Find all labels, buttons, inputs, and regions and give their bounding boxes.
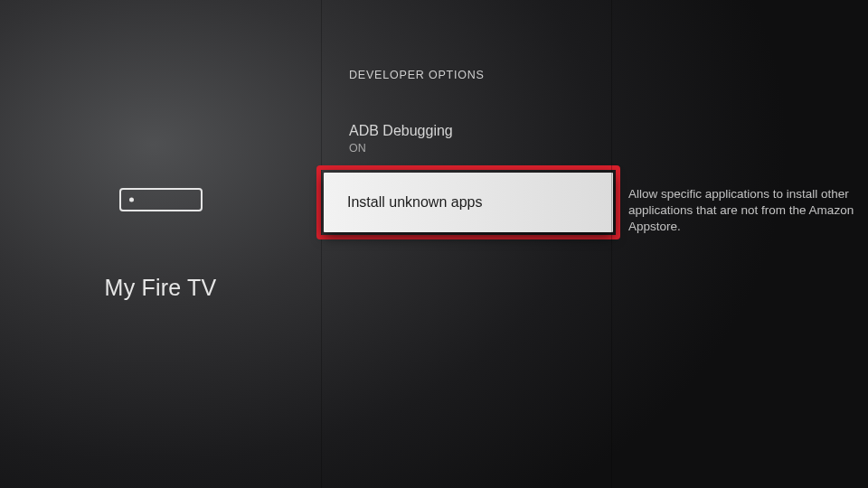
menu-item-title: Install unknown apps xyxy=(347,194,591,211)
description-text: Allow specific applications to install o… xyxy=(628,186,854,236)
section-header: DEVELOPER OPTIONS xyxy=(322,69,611,81)
menu-item-install-unknown-apps[interactable]: Install unknown apps xyxy=(324,173,613,232)
highlight-annotation: Install unknown apps xyxy=(316,165,620,239)
description-panel: Allow specific applications to install o… xyxy=(628,0,854,488)
menu-item-adb-debugging[interactable]: ADB Debugging ON xyxy=(322,123,611,155)
menu-item-subtitle: ON xyxy=(349,142,593,155)
menu-panel: DEVELOPER OPTIONS ADB Debugging ON Insta… xyxy=(322,0,611,488)
divider xyxy=(611,0,612,488)
menu-item-title: ADB Debugging xyxy=(349,123,593,139)
page-title: My Fire TV xyxy=(105,275,217,301)
firetv-stick-icon xyxy=(119,188,203,211)
left-panel: My Fire TV xyxy=(0,0,321,488)
